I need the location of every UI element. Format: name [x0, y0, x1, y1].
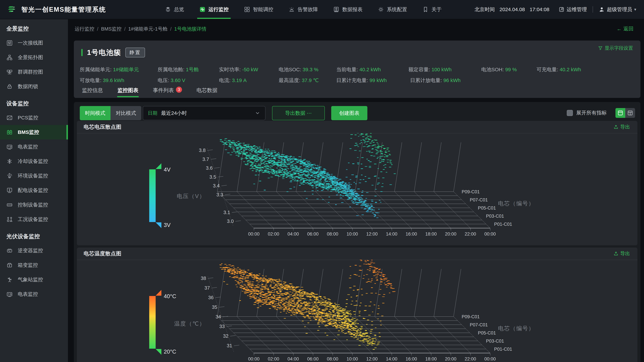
breadcrumb-item-2[interactable]: 1#储能单元-1号舱: [128, 26, 168, 32]
breadcrumb-item-3[interactable]: 1号电池簇详情: [174, 26, 206, 32]
field-value: 100 kWh: [432, 67, 452, 72]
field-value: 40.2 kWh: [560, 67, 581, 72]
about-icon: [422, 6, 429, 13]
svg-text:10:00: 10:00: [346, 232, 358, 237]
expand-checkbox[interactable]: [567, 110, 573, 116]
svg-text:34: 34: [216, 314, 221, 320]
sidebar-item-0-0[interactable]: 一次接线图: [0, 36, 68, 50]
svg-text:3.0: 3.0: [227, 219, 234, 224]
time-mode-button[interactable]: 时间模式: [80, 106, 110, 120]
compare-mode-button[interactable]: 对比模式: [110, 106, 141, 120]
panel-icon: [6, 202, 13, 208]
breadcrumb: 运行监控/BMS监控/1#储能单元-1号舱/1号电池簇详情: [75, 26, 206, 32]
breadcrumb-item-1[interactable]: BMS监控: [101, 26, 122, 32]
svg-text:P05-C01: P05-C01: [478, 205, 496, 211]
temperature-3d-scatter-plot[interactable]: 383736353433323100:0002:0004:0006:0008:0…: [77, 260, 638, 362]
field-label: 可放电量:: [80, 77, 103, 83]
info-field: 电压: 3.60 V: [158, 77, 185, 84]
chart-export-button[interactable]: 导出: [614, 250, 630, 257]
sidebar-item-0-2[interactable]: 群调群控图: [0, 65, 68, 79]
expand-all-metrics-control[interactable]: 展开所有指标: [567, 109, 607, 116]
info-field: 日累计放电量: 96 kWh: [410, 77, 460, 84]
tab-monitor-info[interactable]: 监控信息: [81, 86, 104, 98]
funnel-icon: [598, 45, 603, 51]
layout-rows-toggle[interactable]: [616, 108, 625, 118]
svg-text:06:00: 06:00: [307, 232, 319, 237]
sidebar-item-2-0[interactable]: 逆变器监控: [0, 243, 68, 258]
ops-management-button[interactable]: 运维管理: [558, 6, 587, 13]
field-settings-button[interactable]: 显示字段设置: [598, 45, 633, 51]
chart-export-button[interactable]: 导出: [614, 124, 630, 130]
svg-text:P03-C01: P03-C01: [486, 339, 504, 344]
sidebar-item-2-1[interactable]: 箱变监控: [0, 258, 68, 272]
nav-item-1[interactable]: 运行监控: [196, 0, 232, 19]
svg-text:4V: 4V: [164, 166, 170, 173]
snow-icon: [6, 158, 13, 164]
field-value: 99 %: [505, 67, 517, 72]
temperature-scatter-card: 电芯温度散点图 导出 383736353433323100:0002:0004:…: [77, 248, 638, 362]
current-time: 17:04:08: [530, 6, 549, 12]
field-label: 电流:: [219, 77, 232, 83]
svg-text:02:00: 02:00: [268, 357, 279, 362]
field-label: 可充电量:: [536, 67, 560, 72]
create-chart-button[interactable]: 创建图表: [331, 106, 367, 120]
chevron-down-icon: [255, 110, 260, 116]
svg-text:温度（℃）: 温度（℃）: [174, 321, 205, 327]
wiring-icon: [6, 40, 13, 46]
sidebar-item-1-5[interactable]: 配电设备监控: [0, 183, 68, 198]
sidebar-item-label: BMS监控: [18, 129, 39, 136]
current-date: 2024.04.08: [500, 6, 525, 12]
user-icon: [599, 6, 605, 12]
field-value: 96 kWh: [444, 77, 461, 83]
tab-monitor-charts[interactable]: 监控图表: [117, 86, 139, 98]
sidebar-item-2-2[interactable]: 气象站监控: [0, 272, 68, 287]
nav-item-3[interactable]: 告警故障: [286, 0, 321, 19]
field-label: 最高温度:: [279, 77, 302, 83]
nav-item-6[interactable]: 关于: [419, 0, 444, 19]
svg-text:14:00: 14:00: [386, 357, 398, 362]
svg-text:36: 36: [208, 295, 214, 300]
field-value: 40.2 kWh: [360, 67, 381, 72]
nav-item-4[interactable]: 数据报表: [330, 0, 366, 19]
back-button[interactable]: ← 返回: [616, 25, 634, 32]
date-range-select[interactable]: 日期 最近24小时: [143, 106, 266, 120]
svg-text:3.4: 3.4: [213, 183, 220, 188]
field-label: 电池SOC:: [279, 67, 303, 72]
field-value: 3.19 A: [232, 77, 247, 83]
sidebar-item-1-0[interactable]: PCS监控: [0, 110, 68, 125]
breadcrumb-separator: /: [97, 26, 98, 32]
svg-text:10:00: 10:00: [346, 357, 358, 362]
nav-item-5[interactable]: 系统配置: [375, 0, 410, 19]
info-field: 可放电量: 39.6 kWh: [80, 77, 124, 84]
sidebar-item-2-3[interactable]: 电表监控: [0, 287, 68, 301]
svg-text:00:00: 00:00: [484, 357, 496, 362]
sidebar-section-title: 光伏设备监控: [0, 227, 68, 243]
tab-event-list[interactable]: 事件列表3: [152, 86, 183, 98]
weather-icon: [6, 277, 13, 283]
voltage-3d-scatter-plot[interactable]: 3.83.73.63.53.43.33.13.000:0002:0004:000…: [77, 133, 638, 245]
sidebar-item-1-1[interactable]: BMS监控: [0, 125, 68, 139]
chart-title: 电芯电压散点图: [84, 123, 122, 130]
sidebar-item-1-2[interactable]: 电表监控: [0, 139, 68, 154]
field-value: 39.6 kWh: [103, 77, 124, 83]
sidebar-item-1-6[interactable]: 控制设备监控: [0, 198, 68, 212]
battery-cluster-info-panel: 显示字段设置 1号电池簇 静置 所属储能单元: 1#储能单元所属电池舱: 1号舱…: [74, 40, 640, 98]
nav-item-2[interactable]: 智能调控: [241, 0, 276, 19]
svg-text:P01-C01: P01-C01: [494, 222, 512, 227]
export-data-button[interactable]: 导出数据 ⋯: [272, 106, 325, 120]
tab-event-list-label: 事件列表: [153, 87, 174, 93]
sidebar-item-1-3[interactable]: 冷却设备监控: [0, 154, 68, 168]
sidebar-item-label: 群调群控图: [18, 68, 43, 75]
layout-toggle-group: [616, 108, 635, 118]
tab-cell-data[interactable]: 电芯数据: [196, 86, 218, 98]
overview-icon: [165, 6, 171, 13]
sidebar-item-label: 控制设备监控: [18, 201, 48, 208]
breadcrumb-item-0[interactable]: 运行监控: [75, 26, 94, 32]
user-menu[interactable]: 超级管理员 ▾: [599, 6, 636, 13]
nav-item-0[interactable]: 总览: [162, 0, 187, 19]
sidebar-item-0-3[interactable]: 数据闭锁: [0, 79, 68, 94]
sidebar-item-1-7[interactable]: 工况设备监控: [0, 212, 68, 227]
sidebar-item-1-4[interactable]: 环境设备监控: [0, 168, 68, 183]
sidebar-item-0-1[interactable]: 全景拓扑图: [0, 50, 68, 65]
layout-split-toggle[interactable]: [625, 108, 635, 118]
